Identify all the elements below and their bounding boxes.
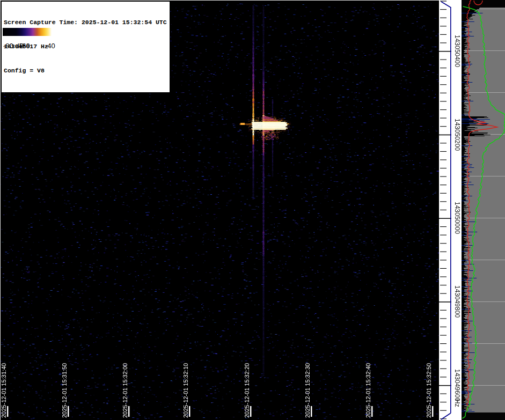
colorbar-label-40db: -40 — [45, 42, 55, 50]
frequency-axis-label: 143050400 — [453, 35, 461, 67]
frequency-axis-label: 143050000 — [453, 202, 461, 234]
time-axis-label: 2025-12-01 15:32:00 — [122, 363, 128, 418]
frequency-axis-unit: Hz — [453, 399, 461, 407]
time-axis-label: 2025-12-01 15:31:40 — [1, 363, 7, 418]
frequency-axis-label: 143050200 — [453, 119, 461, 151]
time-axis-label: 2025-12-01 15:31:50 — [61, 363, 68, 418]
time-axis-label: 2025-12-01 15:32:30 — [304, 363, 311, 418]
time-axis-label: 2025-12-01 15:32:10 — [182, 363, 189, 418]
time-axis-label: 2025-12-01 15:32:20 — [244, 363, 250, 418]
amplitude-colorbar-gradient — [3, 28, 55, 36]
colorbar-label-60db: -60 — [20, 42, 30, 50]
frequency-axis-label: 143049800 — [453, 285, 461, 318]
capture-time-text: Screen Capture Time: 2025-12-01 15:32:54… — [4, 18, 167, 26]
time-axis-label: 2025-12-01 15:32:40 — [365, 363, 371, 418]
frequency-axis-label: 143049600 — [453, 369, 461, 401]
config-label: Config = V8 — [4, 67, 167, 75]
spectrum-lab-display: Screen Capture Time: 2025-12-01 15:32:54… — [0, 0, 505, 420]
time-axis-label: 2025-12-01 15:32:50 — [426, 363, 432, 418]
